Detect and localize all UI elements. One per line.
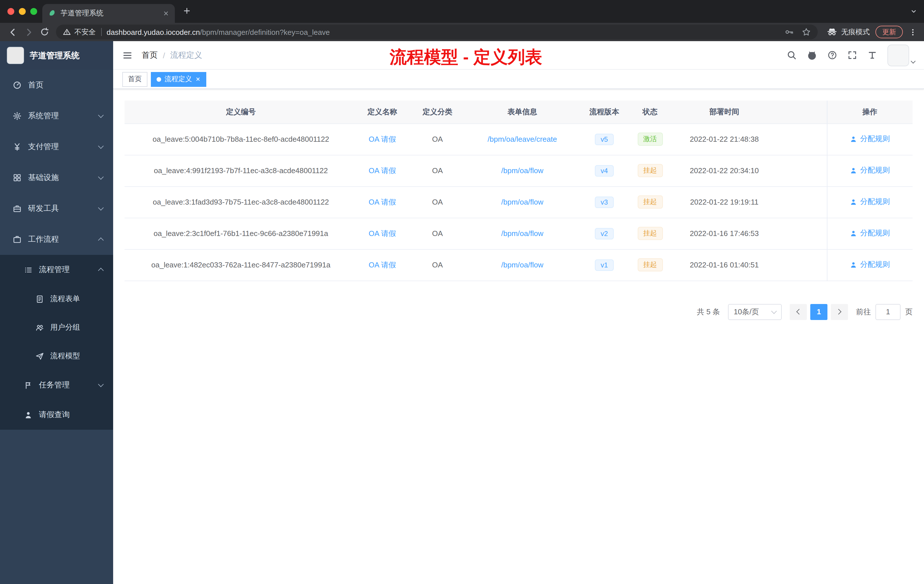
tab-search-chevron-icon[interactable] <box>910 8 917 15</box>
breadcrumb-separator: / <box>163 51 165 60</box>
url-domain: dashboard.yudao.iocoder.cn <box>107 28 200 36</box>
col-definition-category: 定义分类 <box>408 101 467 124</box>
back-icon[interactable] <box>5 24 21 40</box>
goto-page-input[interactable] <box>875 304 901 320</box>
chevron-up-icon <box>98 238 104 243</box>
definition-name-link[interactable]: OA 请假 <box>369 198 396 206</box>
window-minimize-button[interactable] <box>19 8 26 15</box>
sidebar-item-process-model[interactable]: 流程模型 <box>0 342 113 370</box>
update-button[interactable]: 更新 <box>875 26 903 38</box>
definition-id: oa_leave:3:1fad3d93-7b75-11ec-a3c8-acde4… <box>125 186 357 218</box>
sidebar-item-payment[interactable]: 支付管理 <box>0 132 113 162</box>
assign-rule-link[interactable]: 分配规则 <box>850 260 890 270</box>
definition-table: 定义编号 定义名称 定义分类 表单信息 流程版本 状态 部署时间 操作 oa_l… <box>125 101 912 281</box>
definition-category: OA <box>408 124 467 155</box>
status-tag: 挂起 <box>637 227 663 240</box>
tag-process-definition[interactable]: 流程定义 <box>151 72 206 87</box>
definition-name-link[interactable]: OA 请假 <box>369 135 396 143</box>
breadcrumb: 首页 / 流程定义 <box>142 50 202 60</box>
form-link[interactable]: /bpm/oa/flow <box>501 198 543 206</box>
assign-rule-link[interactable]: 分配规则 <box>850 134 890 144</box>
sidebar-item-process-management[interactable]: 流程管理 <box>0 255 113 285</box>
app-logo: 芋道管理系统 <box>0 41 113 70</box>
definition-id: oa_leave:2:3c1f0ef1-76b1-11ec-9c66-a2380… <box>125 218 357 249</box>
sidebar-item-task-management[interactable]: 任务管理 <box>0 370 113 400</box>
address-bar[interactable]: 不安全 dashboard.yudao.iocoder.cn/bpm/manag… <box>56 25 818 40</box>
browser-toolbar: 不安全 dashboard.yudao.iocoder.cn/bpm/manag… <box>0 23 924 41</box>
chevron-down-icon <box>98 205 104 211</box>
form-link[interactable]: /bpm/oa/flow <box>501 229 543 238</box>
breadcrumb-current: 流程定义 <box>170 50 202 60</box>
new-tab-button[interactable] <box>183 7 191 15</box>
flag-icon <box>24 381 33 389</box>
next-page-button[interactable] <box>831 304 848 320</box>
sidebar-item-leave-query[interactable]: 请假查询 <box>0 400 113 430</box>
person-icon <box>850 135 858 143</box>
version-tag: v5 <box>595 134 614 145</box>
sidebar: 芋道管理系统 首页 系统管理 支付管理 基础设施 研发工具 工作流 <box>0 41 113 584</box>
users-icon <box>35 323 44 332</box>
sidebar-item-devtools[interactable]: 研发工具 <box>0 193 113 224</box>
sidebar-item-workflow[interactable]: 工作流程 <box>0 224 113 255</box>
window-controls <box>7 8 37 15</box>
tab-close-icon[interactable] <box>163 10 169 16</box>
yen-icon <box>13 142 22 152</box>
form-link[interactable]: /bpm/oa/leave/create <box>488 135 557 144</box>
tag-home[interactable]: 首页 <box>122 72 147 87</box>
tags-view-bar: 首页 流程定义 <box>113 70 924 89</box>
tag-close-icon[interactable] <box>195 77 201 82</box>
forward-icon[interactable] <box>21 24 36 40</box>
form-link[interactable]: /bpm/oa/flow <box>501 261 543 269</box>
version-tag: v4 <box>595 165 614 176</box>
definition-id: oa_leave:4:991f2193-7b7f-11ec-a3c8-acde4… <box>125 155 357 186</box>
chevron-down-icon <box>98 174 104 180</box>
search-icon[interactable] <box>787 50 797 60</box>
sidebar-item-home[interactable]: 首页 <box>0 70 113 101</box>
table-row: oa_leave:5:004b710b-7b8a-11ec-8ef0-acde4… <box>125 124 912 155</box>
browser-tab[interactable]: 芋道管理系统 <box>42 4 175 23</box>
definition-name-link[interactable]: OA 请假 <box>369 166 396 175</box>
definition-name-link[interactable]: OA 请假 <box>369 260 396 269</box>
password-key-icon[interactable] <box>785 27 794 36</box>
sidebar-item-process-form[interactable]: 流程表单 <box>0 285 113 313</box>
url-text: dashboard.yudao.iocoder.cn/bpm/manager/d… <box>107 28 330 36</box>
assign-rule-link[interactable]: 分配规则 <box>850 165 890 176</box>
top-navbar: 首页 / 流程定义 流程模型 - 定义列表 <box>113 41 924 70</box>
font-size-icon[interactable] <box>868 50 877 60</box>
breadcrumb-home[interactable]: 首页 <box>142 50 158 60</box>
person-icon <box>850 167 858 174</box>
window-maximize-button[interactable] <box>30 8 37 15</box>
page-size-select[interactable]: 10条/页 <box>728 304 782 320</box>
col-deploy-time: 部署时间 <box>668 101 780 124</box>
sidebar-item-infra[interactable]: 基础设施 <box>0 162 113 193</box>
user-menu[interactable] <box>888 44 915 66</box>
status-tag: 挂起 <box>637 164 663 177</box>
browser-menu-icon[interactable] <box>909 28 917 36</box>
sidebar-item-system[interactable]: 系统管理 <box>0 101 113 132</box>
chevron-down-icon <box>98 381 104 387</box>
chevron-down-icon <box>98 143 104 149</box>
definition-name-link[interactable]: OA 请假 <box>369 229 396 238</box>
reload-icon[interactable] <box>36 24 53 40</box>
bookmark-star-icon[interactable] <box>802 27 811 36</box>
sidebar-item-user-group[interactable]: 用户分组 <box>0 313 113 342</box>
page-number-button[interactable]: 1 <box>810 304 827 320</box>
security-chip[interactable]: 不安全 <box>63 27 96 37</box>
window-close-button[interactable] <box>7 8 14 15</box>
col-spacer <box>780 101 827 124</box>
assign-rule-link[interactable]: 分配规则 <box>850 228 890 239</box>
navbar-actions <box>787 44 915 66</box>
logo-image <box>7 47 24 64</box>
sidebar-toggle-icon[interactable] <box>122 50 132 60</box>
col-actions: 操作 <box>827 101 912 124</box>
annotation-title: 流程模型 - 定义列表 <box>390 46 542 69</box>
assign-rule-link[interactable]: 分配规则 <box>850 197 890 207</box>
fullscreen-icon[interactable] <box>847 50 857 60</box>
prev-page-button[interactable] <box>790 304 807 320</box>
definition-category: OA <box>408 186 467 218</box>
avatar[interactable] <box>888 44 909 66</box>
github-icon[interactable] <box>807 50 817 60</box>
help-icon[interactable] <box>827 50 837 60</box>
spacer-cell <box>780 155 827 186</box>
form-link[interactable]: /bpm/oa/flow <box>501 166 543 175</box>
